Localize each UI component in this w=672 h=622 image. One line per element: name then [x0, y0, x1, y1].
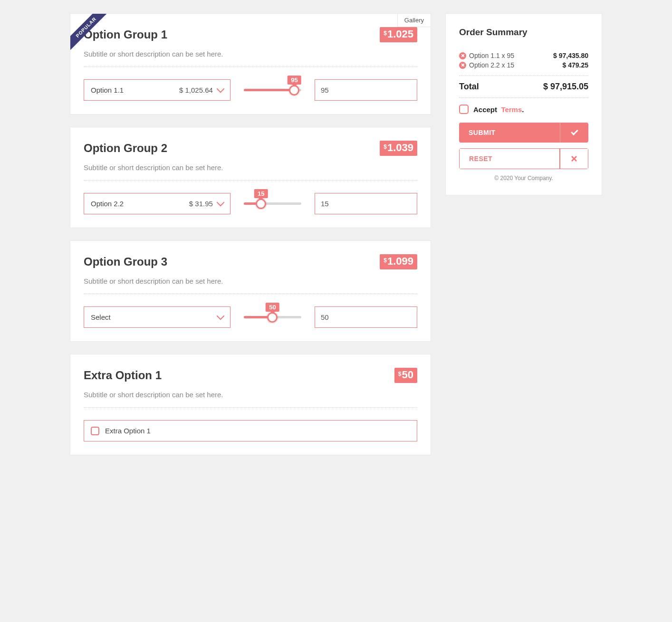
gallery-button[interactable]: Gallery: [397, 14, 431, 27]
group-subtitle: Subtitle or short description can be set…: [84, 391, 417, 399]
accept-terms-checkbox[interactable]: [459, 105, 469, 114]
option-select[interactable]: Option 2.2$ 31.95: [84, 193, 230, 214]
summary-item-amount: $ 479.25: [563, 61, 589, 69]
reset-icon-button[interactable]: [560, 148, 588, 169]
quantity-slider[interactable]: 95: [244, 79, 301, 101]
slider-tooltip: 95: [288, 76, 301, 85]
controls-row: Select50: [84, 306, 417, 328]
price-value: 1.099: [387, 255, 413, 268]
divider: [84, 294, 417, 294]
summary-line: Option 1.1 x 95$ 97,435.80: [459, 52, 588, 59]
select-label: Option 2.2: [91, 200, 124, 208]
select-label: Option 1.1: [91, 86, 124, 94]
group-title: Option Group 1: [84, 28, 167, 41]
currency-symbol: $: [398, 371, 402, 377]
divider: [84, 67, 417, 67]
extra-option-label: Extra Option 1: [105, 427, 151, 435]
total-amount: $ 97,915.05: [543, 82, 588, 92]
controls-row: Option 1.1$ 1,025.6495: [84, 79, 417, 101]
group-subtitle: Subtitle or short description can be set…: [84, 163, 417, 172]
price-badge: $1.025: [380, 27, 417, 42]
summary-item-label: Option 2.2 x 15: [469, 61, 514, 69]
summary-title: Order Summary: [459, 27, 588, 38]
terms-period: .: [522, 105, 524, 114]
reset-row: RESET: [459, 148, 588, 169]
extra-option-checkbox[interactable]: [91, 427, 99, 435]
total-label: Total: [459, 82, 479, 92]
chevron-down-icon: [216, 85, 224, 93]
option-group-card: POPULARGalleryOption Group 1$1.025Subtit…: [70, 13, 431, 115]
currency-symbol: $: [384, 257, 387, 264]
chevron-down-icon: [216, 312, 224, 320]
option-group-card: Option Group 2$1.039Subtitle or short de…: [70, 127, 431, 228]
select-price: $ 31.95: [189, 200, 213, 208]
currency-symbol: $: [384, 144, 387, 150]
reset-button[interactable]: RESET: [459, 148, 560, 169]
slider-tooltip: 15: [254, 189, 268, 198]
slider-thumb[interactable]: [256, 199, 266, 209]
price-value: 50: [402, 369, 413, 381]
terms-row: Accept Terms.: [459, 105, 588, 114]
quantity-slider[interactable]: 50: [244, 306, 301, 328]
group-title: Option Group 2: [84, 142, 167, 155]
check-icon: [571, 128, 578, 135]
select-label: Select: [91, 313, 111, 321]
price-value: 1.039: [387, 142, 413, 154]
order-summary-card: Order Summary Option 1.1 x 95$ 97,435.80…: [445, 13, 602, 195]
quantity-input[interactable]: [315, 79, 417, 101]
copyright: © 2020 Your Company.: [459, 175, 588, 182]
remove-item-icon[interactable]: [459, 62, 466, 69]
terms-link[interactable]: Terms: [501, 105, 522, 114]
quantity-input[interactable]: [315, 306, 417, 328]
group-title: Extra Option 1: [84, 369, 162, 382]
total-row: Total $ 97,915.05: [459, 82, 588, 92]
divider: [459, 97, 588, 98]
option-select[interactable]: Select: [84, 306, 230, 328]
price-value: 1.025: [387, 28, 413, 40]
slider-thumb[interactable]: [289, 85, 299, 96]
accept-label: Accept: [473, 105, 497, 114]
divider: [459, 76, 588, 76]
remove-item-icon[interactable]: [459, 52, 466, 59]
controls-row: Option 2.2$ 31.9515: [84, 193, 417, 214]
option-select[interactable]: Option 1.1$ 1,025.64: [84, 79, 230, 101]
group-subtitle: Subtitle or short description can be set…: [84, 277, 417, 285]
submit-button[interactable]: SUBMIT: [459, 123, 560, 143]
summary-item-label: Option 1.1 x 95: [469, 52, 514, 59]
group-subtitle: Subtitle or short description can be set…: [84, 50, 417, 58]
summary-line: Option 2.2 x 15$ 479.25: [459, 61, 588, 69]
close-icon: [571, 155, 577, 162]
summary-item-amount: $ 97,435.80: [553, 52, 588, 59]
select-price: $ 1,025.64: [179, 86, 213, 94]
option-group-card: Option Group 3$1.099Subtitle or short de…: [70, 240, 431, 342]
price-badge: $1.039: [380, 141, 417, 156]
chevron-down-icon: [216, 199, 224, 207]
extra-option-checkbox-row[interactable]: Extra Option 1: [84, 420, 417, 441]
slider-thumb[interactable]: [267, 312, 278, 323]
group-title: Option Group 3: [84, 255, 167, 268]
option-group-card: Extra Option 1$50Subtitle or short descr…: [70, 354, 431, 455]
price-badge: $50: [394, 368, 417, 383]
slider-tooltip: 50: [266, 303, 279, 312]
currency-symbol: $: [384, 30, 387, 37]
divider: [84, 180, 417, 181]
submit-icon-button[interactable]: [560, 123, 588, 143]
submit-row: SUBMIT: [459, 123, 588, 143]
price-badge: $1.099: [380, 254, 417, 269]
quantity-input[interactable]: [315, 193, 417, 214]
divider: [84, 407, 417, 408]
quantity-slider[interactable]: 15: [244, 193, 301, 214]
